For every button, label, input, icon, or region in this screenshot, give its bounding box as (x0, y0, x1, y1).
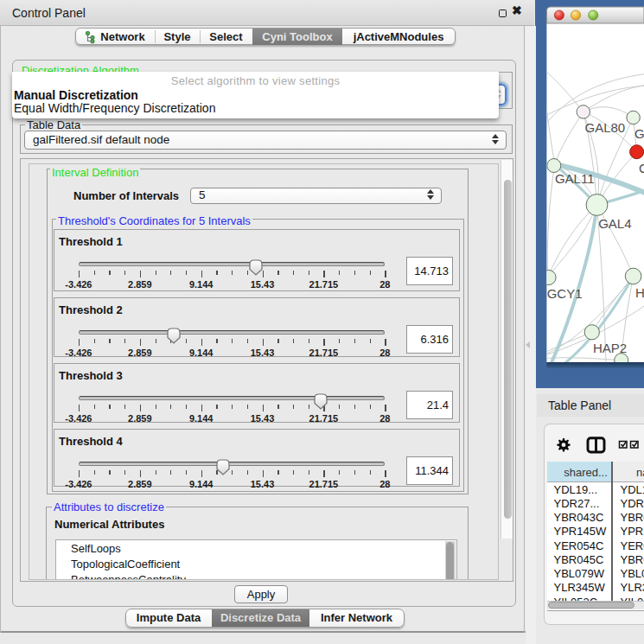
svg-text:GAL11: GAL11 (555, 171, 595, 186)
svg-text:HAP2: HAP2 (593, 341, 627, 355)
svg-text:GAL80: GAL80 (585, 120, 626, 135)
svg-text:H: H (635, 285, 644, 300)
svg-text:GCY1: GCY1 (547, 286, 583, 301)
svg-text:C: C (639, 161, 644, 175)
svg-text:GA: GA (634, 126, 644, 141)
svg-text:GAL4: GAL4 (598, 216, 631, 231)
